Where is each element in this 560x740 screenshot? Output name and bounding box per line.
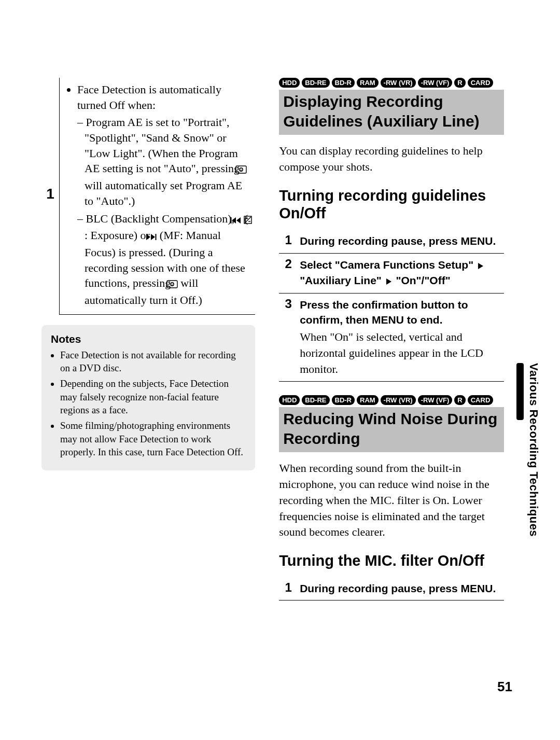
steps-guidelines: 1 During recording pause, press MENU. 2 … xyxy=(279,230,504,382)
badge: BD-RE xyxy=(302,395,329,405)
svg-rect-14 xyxy=(156,234,157,240)
section2-body: When recording sound from the built-in m… xyxy=(279,460,504,540)
left-sub1-b: will automatically set Program AE to "Au… xyxy=(85,179,242,207)
badge: -RW (VR) xyxy=(381,395,416,405)
note-item: Face Detection is not available for reco… xyxy=(60,348,246,375)
step2-part2: "Auxiliary Line" xyxy=(300,274,384,286)
right-arrow-icon xyxy=(386,274,392,289)
step-number: 3 xyxy=(279,294,298,382)
notes-list: Face Detection is not available for reco… xyxy=(51,348,246,459)
right-arrow-icon xyxy=(478,259,484,273)
svg-point-3 xyxy=(241,169,242,170)
badge: HDD xyxy=(279,78,300,88)
rewind-icon xyxy=(237,213,242,228)
page-number: 51 xyxy=(497,680,512,693)
step-number: 1 xyxy=(279,230,298,253)
left-bullet-lead: Face Detection is automatically turned O… xyxy=(77,83,221,111)
left-sub-1: – Program AE is set to "Portrait", "Spot… xyxy=(85,115,253,208)
badge: R xyxy=(454,395,465,405)
left-sub2-a: – BLC (Backlight Compensation), xyxy=(77,212,237,225)
badge: R xyxy=(454,78,465,88)
side-tab-bar xyxy=(516,363,524,420)
badge: RAM xyxy=(357,395,379,405)
step3-bold: Press the confirmation button to confirm… xyxy=(300,299,468,325)
left-sub-2: – BLC (Backlight Compensation), ( : Expo… xyxy=(85,211,253,308)
media-badges-2: HDD BD-RE BD-R RAM -RW (VR) -RW (VF) R C… xyxy=(279,395,504,405)
svg-point-18 xyxy=(172,284,173,284)
svg-point-2 xyxy=(240,169,240,170)
notes-title: Notes xyxy=(51,332,246,345)
step-number: 2 xyxy=(279,253,298,294)
two-column-layout: 1 Face Detection is automatically turned… xyxy=(41,78,519,601)
svg-marker-13 xyxy=(151,234,155,240)
side-tab-label: Various Recording Techniques xyxy=(528,363,539,537)
svg-point-17 xyxy=(171,284,172,284)
right-column: HDD BD-RE BD-R RAM -RW (VR) -RW (VF) R C… xyxy=(279,78,519,601)
badge: CARD xyxy=(468,395,494,405)
manual-page: 1 Face Detection is automatically turned… xyxy=(0,0,560,740)
section-heading-guidelines: Displaying Recording Guidelines (Auxilia… xyxy=(279,90,504,135)
exposure-icon xyxy=(251,213,252,228)
fast-forward-icon xyxy=(152,229,157,245)
left-step-body: Face Detection is automatically turned O… xyxy=(60,78,256,314)
face-detect-icon xyxy=(174,277,178,292)
badge: BD-RE xyxy=(302,78,329,88)
step-number: 1 xyxy=(279,577,298,601)
left-step-number: 1 xyxy=(41,78,60,314)
notes-box: Notes Face Detection is not available fo… xyxy=(41,325,255,470)
steps-mic-filter: 1 During recording pause, press MENU. xyxy=(279,577,504,601)
badge: -RW (VF) xyxy=(418,78,453,88)
badge: BD-R xyxy=(332,395,355,405)
left-column: 1 Face Detection is automatically turned… xyxy=(41,78,255,601)
note-item: Some filming/photographing environments … xyxy=(60,419,246,459)
svg-marker-12 xyxy=(146,234,150,240)
media-badges-1: HDD BD-RE BD-R RAM -RW (VR) -RW (VF) R C… xyxy=(279,78,504,88)
step-text: Press the confirmation button to confirm… xyxy=(298,294,504,382)
step3-plain: When "On" is selected, vertical and hori… xyxy=(300,329,502,377)
svg-marker-20 xyxy=(386,278,391,285)
svg-marker-19 xyxy=(478,263,483,269)
spacer xyxy=(279,382,504,395)
note-item: Depending on the subjects, Face Detectio… xyxy=(60,377,246,417)
badge: CARD xyxy=(468,78,494,88)
svg-marker-5 xyxy=(232,217,236,224)
section-heading-wind-noise: Reducing Wind Noise During Recording xyxy=(279,407,504,452)
left-sub2-c: : Exposure) or xyxy=(85,229,152,242)
step-text: During recording pause, press MENU. xyxy=(298,230,504,253)
face-detect-icon xyxy=(243,162,247,178)
left-sub1-a: – Program AE is set to "Portrait", "Spot… xyxy=(77,116,243,175)
step-text: During recording pause, press MENU. xyxy=(298,577,504,601)
left-step-table: 1 Face Detection is automatically turned… xyxy=(41,78,255,315)
section1-body: You can display recording guidelines to … xyxy=(279,143,504,175)
subhead-guidelines-onoff: Turning recording guidelines On/Off xyxy=(279,187,504,223)
badge: -RW (VR) xyxy=(381,78,416,88)
badge: -RW (VF) xyxy=(418,395,453,405)
subhead-mic-filter: Turning the MIC. filter On/Off xyxy=(279,552,504,570)
svg-line-8 xyxy=(245,217,251,223)
badge: BD-R xyxy=(332,78,355,88)
badge: RAM xyxy=(357,78,379,88)
step2-part3: "On"/"Off" xyxy=(396,274,450,286)
svg-rect-4 xyxy=(230,217,231,224)
step-text: Select "Camera Functions Setup" "Auxilia… xyxy=(298,253,504,294)
badge: HDD xyxy=(279,395,300,405)
step2-part1: Select "Camera Functions Setup" xyxy=(300,259,477,271)
svg-marker-6 xyxy=(236,217,241,224)
